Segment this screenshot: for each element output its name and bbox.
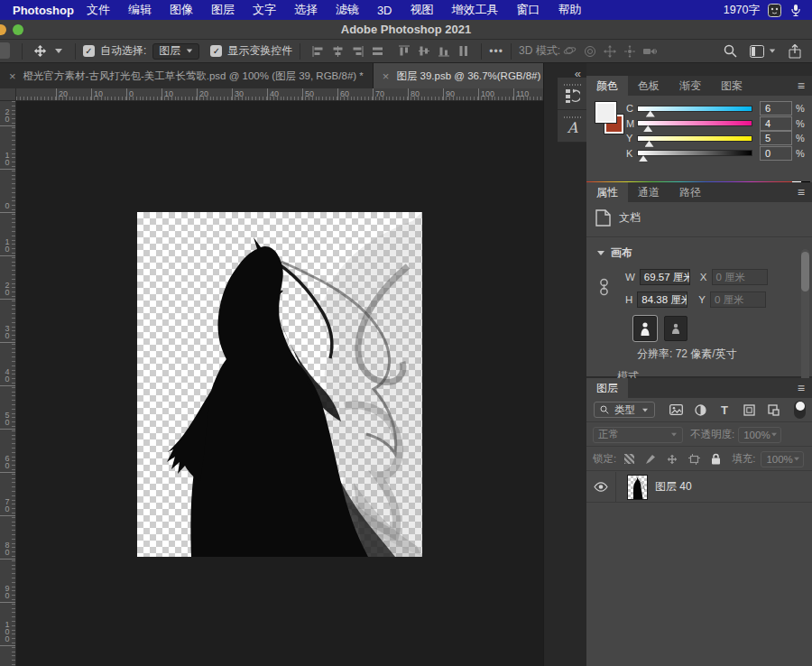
foreground-color-swatch[interactable] (595, 102, 616, 123)
channel-value-field[interactable]: 6 (760, 101, 792, 116)
align-middle-v-icon[interactable] (414, 43, 434, 60)
vertical-ruler[interactable]: 20100102030405060708090100 (0, 101, 16, 666)
document-tab[interactable]: ×图层 39.psb @ 36.7%(RGB/8#) * (374, 63, 558, 88)
workspace-switcher-icon[interactable] (750, 45, 764, 58)
layer-thumbnail[interactable] (627, 475, 648, 500)
height-field[interactable]: 84.38 厘米 (637, 291, 687, 308)
tab-layers[interactable]: 图层 (586, 378, 628, 398)
distribute-v-icon[interactable] (454, 43, 474, 60)
panel-menu-icon[interactable]: ≡ (798, 185, 805, 199)
menubar-item[interactable]: 编辑 (119, 2, 161, 18)
properties-panel-tab[interactable]: 路径 (669, 182, 711, 202)
blend-mode-dropdown[interactable]: 正常 (593, 427, 683, 443)
pasteboard[interactable] (16, 101, 543, 666)
color-slider-track[interactable] (637, 120, 752, 126)
lock-all-icon[interactable] (706, 452, 724, 467)
link-dimensions-icon[interactable] (599, 278, 609, 298)
separator (481, 43, 482, 60)
chevron-down-icon[interactable] (770, 50, 775, 53)
lock-transparency-icon[interactable] (620, 452, 638, 467)
lock-artboard-icon[interactable] (685, 452, 703, 467)
layer-filter-dropdown[interactable]: 类型 (594, 402, 655, 418)
fill-field[interactable]: 100% (761, 451, 804, 467)
glyphs-panel-button[interactable]: A (558, 110, 587, 143)
tab-close-icon[interactable]: × (9, 69, 16, 83)
align-bottom-icon[interactable] (434, 43, 454, 60)
color-panel-tab[interactable]: 颜色 (586, 76, 628, 96)
lock-position-icon[interactable] (663, 452, 681, 467)
document-tab[interactable]: ×橙光官方素材-古风打光包-美工草长莺歌.psd @ 100% (图层 39, … (0, 63, 374, 88)
filter-text-icon[interactable]: T (715, 402, 734, 417)
layer-visibility-eye-icon[interactable] (594, 482, 608, 492)
filter-smart-object-icon[interactable] (764, 402, 782, 417)
filter-adjustment-icon[interactable] (691, 402, 709, 417)
distribute-h-icon[interactable] (367, 43, 387, 60)
color-slider-track[interactable] (637, 135, 752, 142)
ruler-label: 10 (2, 152, 13, 166)
menubar-item[interactable]: 3D (368, 4, 401, 17)
document-canvas[interactable] (137, 212, 422, 557)
channel-value-field[interactable]: 5 (760, 131, 792, 145)
search-icon[interactable] (724, 44, 737, 58)
section-collapse-icon[interactable] (597, 251, 604, 255)
auto-select-dropdown[interactable]: 图层 (152, 43, 199, 60)
panel-menu-icon[interactable]: ≡ (798, 381, 805, 395)
chevron-down-icon[interactable] (55, 49, 62, 53)
align-top-icon[interactable] (394, 43, 414, 60)
menubar-item[interactable]: 滤镜 (327, 2, 368, 18)
layer-name[interactable]: 图层 40 (655, 479, 692, 495)
layer-row[interactable]: 图层 40 (586, 472, 812, 503)
layers-panel: 图层 ≡ 类型 T 正常 (586, 378, 812, 666)
history-panel-button[interactable] (558, 78, 587, 110)
panel-menu-icon[interactable]: ≡ (798, 79, 805, 93)
filter-toggle-switch[interactable] (794, 401, 806, 419)
filter-image-icon[interactable] (667, 402, 685, 417)
y-field[interactable]: 0 厘米 (710, 291, 766, 308)
show-transform-checkbox[interactable]: ✓ (210, 45, 222, 57)
scrollbar-thumb[interactable] (801, 252, 809, 291)
ruler-origin-corner[interactable] (0, 88, 16, 101)
color-panel-tab[interactable]: 图案 (711, 76, 752, 96)
properties-panel-tab[interactable]: 通道 (628, 182, 669, 202)
color-slider-thumb[interactable] (645, 141, 654, 147)
more-align-options-button[interactable]: ••• (489, 45, 503, 58)
menubar-item[interactable]: 文件 (78, 2, 119, 18)
menubar-item[interactable]: 图像 (161, 2, 202, 18)
input-method-icon[interactable] (767, 3, 781, 17)
move-tool-icon[interactable] (30, 43, 50, 60)
horizontal-ruler[interactable]: 20100102030405060708090100110 (16, 88, 543, 101)
color-slider-thumb[interactable] (639, 155, 648, 162)
menubar-item[interactable]: 增效工具 (443, 2, 508, 18)
menubar-item[interactable]: 视图 (401, 2, 443, 18)
share-icon[interactable] (789, 44, 801, 59)
tool-preset-icon[interactable] (0, 42, 10, 59)
filter-shape-icon[interactable] (740, 402, 758, 417)
color-slider-thumb[interactable] (643, 125, 652, 132)
menubar-item[interactable]: 文字 (244, 2, 285, 18)
x-field[interactable]: 0 厘米 (712, 269, 768, 285)
orientation-portrait-button[interactable] (633, 316, 657, 341)
menubar-app-menu[interactable]: Photoshop (13, 4, 74, 17)
menubar-item[interactable]: 选择 (285, 2, 327, 18)
microphone-icon[interactable] (789, 3, 803, 17)
auto-select-checkbox[interactable]: ✓ (83, 45, 95, 57)
color-panel-tab[interactable]: 色板 (628, 76, 669, 96)
properties-panel-tab[interactable]: 属性 (586, 182, 628, 202)
width-field[interactable]: 69.57 厘米 (640, 269, 690, 285)
channel-value-field[interactable]: 4 (760, 116, 792, 131)
tab-close-icon[interactable]: × (383, 69, 390, 83)
lock-pixels-icon[interactable] (641, 452, 660, 467)
menubar-item[interactable]: 图层 (202, 2, 244, 18)
color-slider-thumb[interactable] (646, 111, 655, 117)
opacity-field[interactable]: 100% (738, 427, 781, 443)
orientation-landscape-button[interactable] (664, 316, 687, 341)
menubar-item[interactable]: 帮助 (549, 2, 591, 18)
align-right-icon[interactable] (347, 43, 367, 60)
color-slider-track[interactable] (637, 150, 752, 156)
align-left-icon[interactable] (308, 43, 328, 60)
menubar-item[interactable]: 窗口 (508, 2, 549, 18)
color-slider-track[interactable] (637, 106, 752, 112)
channel-value-field[interactable]: 0 (760, 146, 792, 161)
color-panel-tab[interactable]: 渐变 (669, 76, 711, 96)
align-center-h-icon[interactable] (328, 43, 347, 60)
